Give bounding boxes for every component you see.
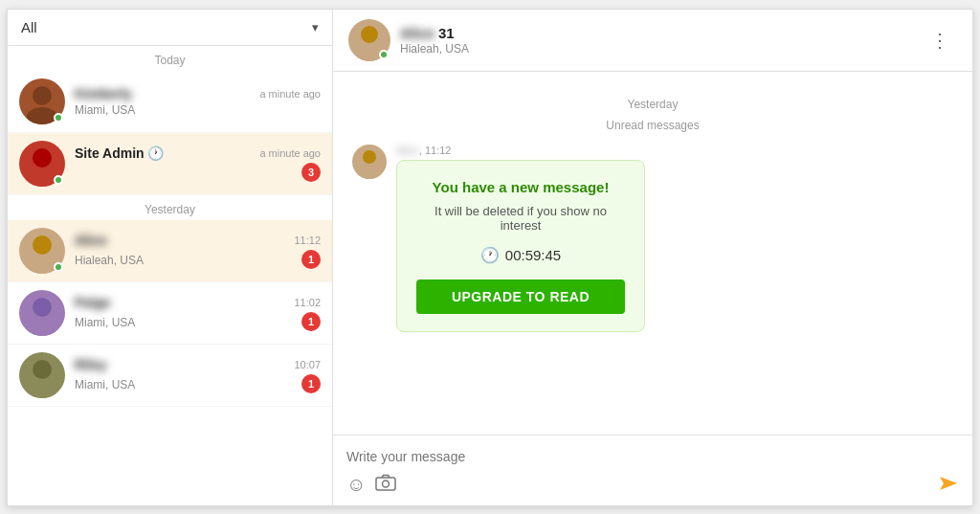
right-panel: Alice 31 Hialeah, USA ⋮ Yesterday Unread… [333, 10, 972, 505]
message-avatar [352, 145, 387, 179]
svg-point-0 [33, 86, 52, 105]
header-name-row: Alice 31 [400, 25, 923, 42]
conversations-list: Today Kimberly a minute ago Miami, USA [8, 46, 332, 505]
new-message-subtitle: It will be deleted if you show no intere… [416, 204, 625, 233]
unread-badge: 1 [301, 312, 321, 331]
conv-time: a minute ago [259, 88, 321, 100]
svg-point-6 [33, 298, 52, 317]
conv-location: Hialeah, USA [75, 254, 144, 267]
conv-location: Miami, USA [75, 378, 135, 391]
filter-dropdown-icon: ▾ [312, 20, 319, 34]
avatar [19, 352, 65, 398]
conv-time: a minute ago [259, 147, 321, 159]
avatar-wrap [19, 290, 65, 336]
conv-name: Alice [75, 233, 106, 248]
conv-time: 11:12 [294, 235, 321, 246]
new-message-card: You have a new message! It will be delet… [396, 160, 645, 333]
conv-location: Miami, USA [75, 316, 135, 329]
svg-rect-14 [376, 478, 395, 490]
svg-marker-16 [940, 477, 957, 490]
header-name: Alice [400, 25, 434, 41]
conv-info: Kimberly a minute ago Miami, USA [75, 86, 321, 117]
list-item[interactable]: Site Admin 🕐 a minute ago 3 [8, 133, 332, 195]
online-indicator [54, 175, 63, 185]
conv-info: Site Admin 🕐 a minute ago 3 [75, 145, 321, 182]
online-indicator [379, 50, 389, 59]
svg-point-9 [27, 381, 57, 398]
svg-point-12 [363, 150, 376, 164]
list-item[interactable]: Alice 11:12 Hialeah, USA 1 [8, 220, 332, 282]
svg-point-1 [27, 107, 57, 124]
message-time: , 11:12 [419, 145, 452, 156]
list-item[interactable]: Riley 10:07 Miami, USA 1 [8, 345, 332, 407]
left-panel: All ▾ Today Kimberly a minute ago [8, 10, 333, 505]
new-message-title: You have a new message! [433, 178, 610, 197]
conv-name: Site Admin 🕐 [75, 145, 165, 161]
chat-header: Alice 31 Hialeah, USA ⋮ [333, 10, 972, 72]
conv-location: Miami, USA [75, 103, 321, 117]
svg-point-10 [361, 26, 378, 43]
header-age: 31 [434, 25, 455, 41]
conv-info: Riley 10:07 Miami, USA 1 [75, 357, 321, 393]
section-yesterday: Yesterday [8, 195, 332, 220]
list-item[interactable]: Kimberly a minute ago Miami, USA [8, 71, 332, 133]
svg-point-4 [33, 235, 52, 255]
timer-icon: 🕐 [480, 246, 500, 264]
svg-point-5 [27, 257, 57, 274]
conv-name: Paige [75, 295, 110, 310]
header-location: Hialeah, USA [400, 42, 923, 56]
avatar-wrap [19, 228, 65, 274]
timer-value: 00:59:45 [505, 247, 561, 263]
filter-bar[interactable]: All ▾ [8, 10, 332, 46]
avatar-wrap [19, 78, 65, 124]
online-indicator [54, 113, 63, 123]
avatar-wrap [19, 141, 65, 187]
menu-icon[interactable]: ⋮ [923, 25, 957, 56]
conv-info: Paige 11:02 Miami, USA 1 [75, 295, 321, 331]
conv-info: Alice 11:12 Hialeah, USA 1 [75, 233, 321, 269]
chat-header-avatar [348, 19, 390, 61]
app-container: All ▾ Today Kimberly a minute ago [7, 9, 973, 506]
conv-name: Kimberly [75, 86, 132, 101]
message-content: Alice, 11:12 You have a new message! It … [396, 145, 645, 333]
message-sender-time: Alice, 11:12 [396, 145, 645, 156]
camera-icon[interactable] [375, 474, 396, 496]
conv-time: 11:02 [294, 297, 321, 308]
timer-row: 🕐 00:59:45 [480, 246, 561, 264]
avatar [19, 290, 65, 336]
message-sender: Alice [396, 145, 419, 156]
unread-badge: 3 [301, 163, 321, 182]
svg-point-15 [383, 480, 390, 487]
section-today: Today [8, 46, 332, 71]
avatar-wrap [19, 352, 65, 398]
message-row: Alice, 11:12 You have a new message! It … [352, 145, 953, 333]
chat-messages: Yesterday Unread messages Alice, 11:12 Y… [333, 72, 972, 435]
unread-badge: 1 [301, 374, 321, 393]
chat-input-area: ☺ [333, 435, 972, 505]
svg-point-3 [27, 169, 57, 187]
send-button[interactable] [938, 475, 959, 495]
input-toolbar: ☺ [346, 474, 959, 496]
online-indicator [54, 262, 63, 272]
unread-separator: Unread messages [352, 116, 953, 133]
svg-point-13 [358, 167, 381, 179]
conv-time: 10:07 [294, 359, 321, 370]
upgrade-button[interactable]: UPGRADE TO READ [416, 279, 625, 314]
list-item[interactable]: Paige 11:02 Miami, USA 1 [8, 282, 332, 345]
header-info: Alice 31 Hialeah, USA [400, 25, 923, 56]
input-icons: ☺ [346, 474, 396, 496]
svg-point-2 [33, 148, 52, 168]
svg-point-8 [33, 360, 52, 379]
unread-badge: 1 [301, 250, 321, 269]
date-separator: Yesterday [352, 95, 953, 112]
filter-label: All [21, 19, 37, 35]
svg-point-7 [27, 319, 57, 336]
message-input[interactable] [346, 445, 959, 468]
conv-name: Riley [75, 357, 106, 372]
emoji-icon[interactable]: ☺ [346, 474, 366, 496]
